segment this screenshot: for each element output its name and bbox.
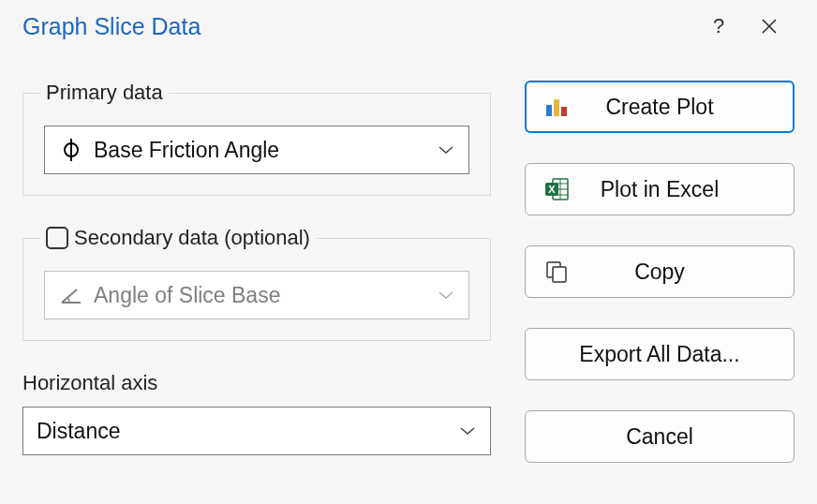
window-title: Graph Slice Data <box>22 13 693 40</box>
primary-data-value: Base Friction Angle <box>94 138 279 163</box>
close-button[interactable] <box>744 7 795 45</box>
svg-rect-6 <box>546 105 552 116</box>
primary-data-legend: Primary data <box>40 81 169 105</box>
secondary-data-legend-text: Secondary data (optional) <box>74 226 310 250</box>
svg-rect-7 <box>554 99 559 116</box>
plot-in-excel-button[interactable]: X Plot in Excel <box>525 163 795 215</box>
primary-data-group: Primary data Base Friction Angle <box>22 81 491 196</box>
plot-in-excel-label: Plot in Excel <box>542 177 777 202</box>
copy-label: Copy <box>542 259 777 285</box>
cancel-label: Cancel <box>542 424 777 450</box>
primary-data-dropdown[interactable]: Base Friction Angle <box>44 126 469 174</box>
angle-icon <box>58 286 84 304</box>
horizontal-axis-label: Horizontal axis <box>22 371 491 395</box>
chevron-down-icon <box>458 422 477 440</box>
title-bar: Graph Slice Data ? <box>0 0 817 52</box>
horizontal-axis-dropdown[interactable]: Distance <box>22 407 491 455</box>
create-plot-button[interactable]: Create Plot <box>525 81 795 133</box>
horizontal-axis-value: Distance <box>37 419 120 444</box>
help-button[interactable]: ? <box>693 7 744 45</box>
create-plot-label: Create Plot <box>543 95 776 120</box>
close-icon <box>761 18 778 35</box>
secondary-data-checkbox[interactable] <box>46 227 68 249</box>
export-all-data-label: Export All Data... <box>542 342 777 367</box>
secondary-data-value: Angle of Slice Base <box>94 283 280 308</box>
excel-icon: X <box>542 175 571 203</box>
secondary-data-dropdown: Angle of Slice Base <box>44 271 469 319</box>
phi-icon <box>58 138 84 162</box>
svg-rect-17 <box>553 267 566 282</box>
chevron-down-icon <box>437 286 455 304</box>
horizontal-axis-group: Horizontal axis Distance <box>22 371 491 455</box>
chevron-down-icon <box>437 141 455 159</box>
export-all-data-button[interactable]: Export All Data... <box>525 328 795 380</box>
copy-icon <box>542 258 571 286</box>
copy-button[interactable]: Copy <box>525 245 795 298</box>
svg-text:X: X <box>548 184 556 195</box>
secondary-data-legend: Secondary data (optional) <box>40 226 316 250</box>
cancel-button[interactable]: Cancel <box>525 410 795 463</box>
svg-rect-8 <box>561 107 567 116</box>
bar-chart-icon <box>543 93 572 121</box>
secondary-data-group: Secondary data (optional) Angle of Slice… <box>22 226 491 341</box>
